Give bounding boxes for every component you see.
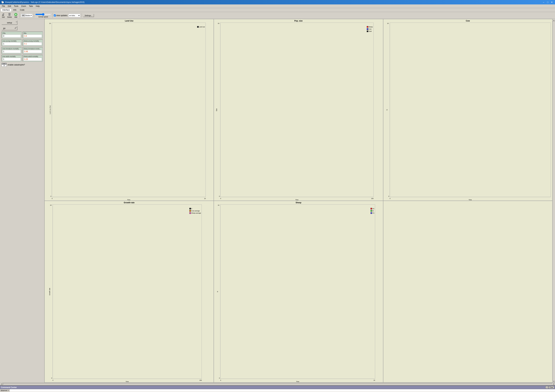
pop-size-legend: Sheep Cow Total (367, 26, 373, 32)
param-sba: SBa 0.8 (23, 32, 43, 38)
toolbar: Edit Delete Add abc Button ▾ normal spee… (0, 12, 555, 19)
parameters-grid: CBa 0 SBa 0.8 cow-young-mortality 1 shee… (2, 32, 43, 62)
land-use-svg (52, 23, 206, 197)
enable-catastrophe-toggle-row: On Off enable-catastrophe? (2, 63, 43, 67)
minimize-button[interactable]: – (542, 1, 546, 4)
add-icon (14, 13, 18, 16)
delete-button[interactable]: Delete (7, 13, 13, 18)
tab-info[interactable]: Info (12, 8, 18, 12)
setup-button[interactable]: setup S (2, 21, 17, 25)
toolbar-sep-2 (34, 13, 34, 18)
cow-svg (390, 23, 551, 197)
button-type-dropdown[interactable]: abc Button ▾ (21, 14, 33, 17)
svg-rect-5 (9, 13, 10, 14)
horizontal-scrollbar[interactable]: ◄ ► (0, 383, 555, 385)
window-title: 🐑 Sheep&CattleHerdDynamics - NetLogo {C:… (1, 1, 85, 3)
pop-size-svg (220, 23, 373, 197)
tab-interface[interactable]: Interface (1, 8, 12, 12)
land-use-legend: Land use (197, 26, 205, 28)
go-button[interactable]: go G ↺ (2, 26, 17, 30)
view-updates-group: view updates (54, 14, 67, 17)
settings-button[interactable]: Settings... (83, 14, 94, 17)
command-input-row: observer > (0, 389, 555, 392)
scroll-up-arrow[interactable]: ▲ (553, 19, 555, 21)
scroll-right-arrow[interactable]: ► (553, 383, 555, 385)
menu-file[interactable]: File (1, 5, 6, 7)
chart-land-use: Land Use Land use (ha) 10 0 0 10 Time (44, 19, 214, 201)
charts-container: Land Use Land use (ha) 10 0 0 10 Time (44, 19, 553, 383)
param-cow-young-mortality: cow-young-mortality 1 (2, 39, 22, 46)
app-icon: 🐑 (1, 1, 4, 3)
param-cow-immature-mortality: cow-immature-mortality 1 (2, 47, 22, 54)
scroll-track (553, 21, 555, 380)
svg-rect-0 (2, 15, 4, 15)
go-button-row: go G ↺ (2, 26, 43, 30)
tab-code[interactable]: Code (18, 8, 26, 12)
sheep-svg (220, 204, 375, 379)
delete-icon (8, 13, 11, 16)
chart-empty (383, 201, 553, 383)
svg-rect-3 (9, 14, 10, 16)
left-panel: setup S go G ↺ CBa 0 SBa 0.8 (0, 19, 44, 383)
command-center-clear-button[interactable]: Clear (549, 386, 554, 389)
menu-zoom[interactable]: Zoom (20, 5, 27, 7)
growth-rate-svg (52, 204, 202, 379)
add-button[interactable]: Add (14, 13, 18, 18)
scroll-down-arrow[interactable]: ▼ (553, 380, 555, 383)
chart-sheep: Sheep N 10 0 0 10 Time AS (214, 201, 383, 383)
view-updates-label: view updates (56, 14, 67, 17)
chart-cow: Cow N 10 0 0 Time (383, 19, 553, 201)
chart-pop-size: Pop. size Size 10 0 0 100 Time (214, 19, 383, 201)
menu-tabs[interactable]: Tabs (28, 5, 34, 7)
param-sheep-immature-mortality: sheep-immature-morta... 0.48 (23, 47, 43, 54)
on-ticks-select[interactable]: on ticks continuous (68, 14, 80, 17)
command-input[interactable] (10, 389, 555, 392)
menu-edit[interactable]: Edit (7, 5, 12, 7)
right-panel: ▲ ▼ Land Use Land use (ha) 10 0 0 10 Tim… (44, 19, 555, 383)
title-bar: 🐑 Sheep&CattleHerdDynamics - NetLogo {C:… (0, 0, 555, 4)
command-center-export-button[interactable]: ↗ (546, 386, 548, 389)
param-cow-adult-mortality: cow-adult-mortality 1 (2, 55, 22, 62)
vertical-scrollbar[interactable]: ▲ ▼ (553, 19, 555, 383)
enable-catastrophe-toggle[interactable]: On Off (2, 63, 7, 67)
observer-label: observer > (0, 389, 10, 392)
menu-tools[interactable]: Tools (13, 5, 20, 7)
command-center: Command Center ↗ Clear observer > (0, 385, 555, 392)
main-area: setup S go G ↺ CBa 0 SBa 0.8 (0, 19, 555, 383)
h-scrollbar-track[interactable] (3, 383, 552, 385)
command-center-header: Command Center ↗ Clear (0, 386, 555, 389)
edit-button[interactable]: Edit (1, 13, 6, 18)
sim-buttons: setup S (2, 21, 43, 25)
svg-marker-1 (2, 13, 4, 15)
scroll-left-arrow[interactable]: ◄ (0, 383, 2, 385)
window-controls: – □ ✕ (542, 1, 554, 4)
growth-rate-legend: 0 Cow average Sheep average (189, 207, 201, 214)
close-button[interactable]: ✕ (550, 1, 554, 4)
speed-slider[interactable] (35, 13, 51, 16)
maximize-button[interactable]: □ (546, 1, 550, 4)
dropdown-abc-label: abc (22, 14, 25, 17)
dropdown-arrow-icon: ▾ (31, 14, 32, 16)
sheep-legend: AS IS YS (371, 207, 374, 214)
menu-bar: File Edit Tools Zoom Tabs Help (0, 4, 555, 8)
edit-icon (2, 13, 5, 16)
view-updates-checkbox[interactable] (54, 14, 56, 16)
param-cba: CBa 0 (2, 32, 22, 38)
speed-slider-container: normal speed (35, 13, 51, 18)
tab-bar: Interface Info Code (0, 8, 555, 12)
menu-help[interactable]: Help (35, 5, 41, 7)
chart-growth-rate: Growth-rate Growth rate 10 0 0 100 Time (44, 201, 214, 383)
param-sheep-young-mortality: sheep-young-mortality 0.1 (23, 39, 43, 46)
param-sheep-adult-mortality: sheep-adult-mortality 0.25 (23, 55, 43, 62)
